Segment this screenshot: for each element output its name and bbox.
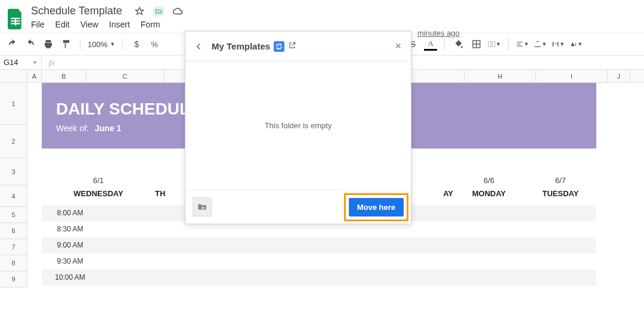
currency-button[interactable]: $ [130,38,143,51]
row-3[interactable]: 3 [0,158,27,185]
chevron-down-icon: ▼ [32,60,38,66]
paint-format-icon[interactable] [60,38,73,51]
undo-icon[interactable] [6,38,19,51]
fill-color-icon[interactable] [452,38,465,51]
formula-label: fx [42,58,61,67]
time-slot: 8:30 AM [42,221,98,237]
zoom-dropdown[interactable]: 100%▼ [88,40,115,49]
text-color-icon[interactable]: A [424,38,437,51]
svg-rect-4 [493,42,495,47]
date-cell: 6/7 [525,176,596,185]
back-icon[interactable] [193,40,205,53]
time-slot: 9:00 AM [42,237,98,253]
col-J[interactable]: J [608,70,630,82]
menu-format[interactable]: Form [141,20,160,29]
row-1[interactable]: 1 [0,83,27,125]
menu-file[interactable]: File [31,20,45,29]
empty-folder-text: This folder is empty [265,121,332,130]
doc-title[interactable]: Schedule Template [31,5,122,17]
cloud-status-icon[interactable] [172,6,183,17]
row-6[interactable]: 6 [0,223,27,239]
date-cell: 6/6 [453,176,525,185]
popup-body: This folder is empty [185,61,411,190]
redo-icon[interactable] [24,38,37,51]
menu-view[interactable]: View [80,20,98,29]
last-edit-link[interactable]: minutes ago [417,29,460,38]
move-popup: My Templates × This folder is empty Move… [185,31,411,224]
menu-bar: File Edit View Insert Form [31,17,183,33]
separator [80,38,80,50]
row-4[interactable]: 4 [0,185,27,207]
day-cell-partial: AY [423,189,453,198]
time-slot: 8:00 AM [42,205,98,221]
row-7[interactable]: 7 [0,239,27,255]
week-of-value: June 1 [95,123,121,133]
name-box[interactable]: G14 ▼ [0,55,42,69]
print-icon[interactable] [42,38,55,51]
select-all-corner[interactable] [0,70,27,82]
text-rotate-icon[interactable]: ▼ [569,38,583,51]
separator [122,38,123,50]
menu-edit[interactable]: Edit [55,20,70,29]
new-folder-icon[interactable] [193,197,212,216]
svg-rect-3 [488,42,491,47]
move-to-folder-icon[interactable] [153,6,164,17]
row-5[interactable]: 5 [0,207,27,223]
percent-button[interactable]: % [148,38,161,51]
borders-icon[interactable] [470,38,483,51]
v-align-icon[interactable]: ▼ [534,38,547,51]
time-slot: 10:00 AM [42,270,98,286]
popup-title: My Templates [212,41,270,51]
col-C[interactable]: C [86,70,164,82]
col-B[interactable]: B [42,70,86,82]
sync-icon [274,41,284,52]
row-9[interactable]: 9 [0,271,27,287]
zoom-value: 100% [88,40,107,49]
h-align-icon[interactable]: ▼ [516,38,529,51]
col-I[interactable]: I [536,70,608,82]
move-here-button[interactable]: Move here [349,198,404,216]
row-8[interactable]: 8 [0,255,27,271]
menu-insert[interactable]: Insert [109,20,130,29]
time-slot: 9:30 AM [42,253,98,270]
separator [508,38,509,50]
close-icon[interactable]: × [392,38,404,55]
open-new-tab-icon[interactable] [288,41,296,51]
col-H[interactable]: H [465,70,536,82]
text-wrap-icon[interactable]: ▼ [552,38,565,51]
day-cell: TUESDAY [525,189,596,198]
day-cell: MONDAY [453,189,525,198]
name-box-value: G14 [4,58,18,67]
col-A[interactable]: A [27,70,42,82]
day-cell: WEDNESDAY [42,189,155,198]
sheets-app-icon[interactable] [6,7,25,32]
week-of-label: Week of: [56,123,89,133]
date-cell: 6/1 [42,176,155,185]
row-2[interactable]: 2 [0,125,27,158]
star-icon[interactable] [134,6,145,17]
separator [444,38,445,50]
merge-cells-icon[interactable]: ▼ [488,38,501,51]
